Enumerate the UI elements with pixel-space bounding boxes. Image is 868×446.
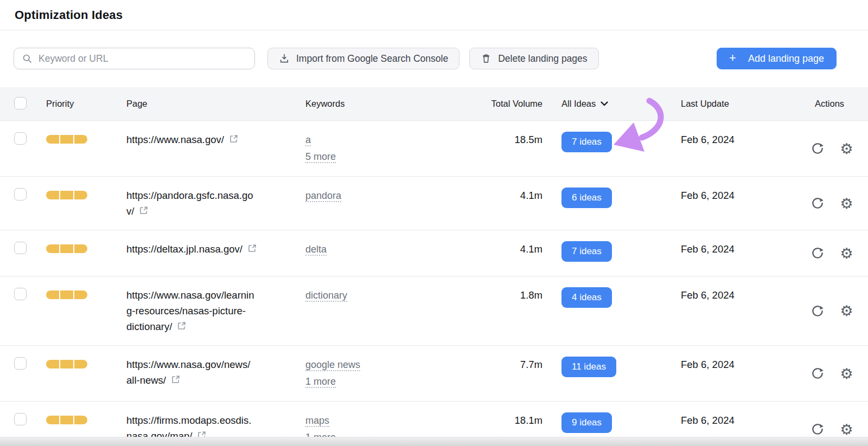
page-url: https://pandora.gsfc.nasa.gov/ <box>126 188 305 219</box>
header-actions: Actions <box>797 99 868 109</box>
external-link-icon[interactable] <box>176 321 187 331</box>
total-volume-value: 18.5m <box>479 132 542 147</box>
page-url: https://deltax.jpl.nasa.gov/ <box>126 241 305 257</box>
more-keywords-link[interactable]: 5 more <box>305 151 336 163</box>
table-header: Priority Page Keywords Total Volume All … <box>0 87 868 121</box>
row-checkbox[interactable] <box>14 413 27 425</box>
plus-icon: + <box>729 52 736 64</box>
add-landing-page-button[interactable]: + Add landing page <box>717 48 837 69</box>
trash-icon <box>481 53 492 64</box>
priority-indicator <box>46 244 87 253</box>
refresh-icon[interactable] <box>810 246 825 261</box>
search-input[interactable] <box>39 53 247 64</box>
total-volume-value: 1.8m <box>479 287 542 303</box>
last-update-value: Feb 6, 2024 <box>681 188 797 203</box>
bottom-edge-strip <box>0 437 868 446</box>
priority-indicator <box>46 191 87 199</box>
download-icon <box>279 53 290 64</box>
keyword-link[interactable]: dictionary <box>305 290 347 302</box>
chevron-down-icon <box>601 101 608 106</box>
row-checkbox[interactable] <box>14 357 27 370</box>
refresh-icon[interactable] <box>810 422 825 437</box>
import-gsc-button[interactable]: Import from Google Search Console <box>267 48 459 69</box>
gear-icon[interactable]: ⚙ <box>839 196 854 211</box>
row-checkbox[interactable] <box>14 132 27 145</box>
ideas-button[interactable]: 7 ideas <box>561 241 612 262</box>
last-update-value: Feb 6, 2024 <box>681 287 797 303</box>
ideas-button[interactable]: 11 ideas <box>561 357 616 377</box>
header-last-update: Last Update <box>681 99 797 109</box>
refresh-icon[interactable] <box>810 141 825 156</box>
delete-landing-pages-label: Delete landing pages <box>498 53 587 64</box>
table-row: https://pandora.gsfc.nasa.gov/ pandora 4… <box>0 177 868 230</box>
table-row: https://www.nasa.gov/news/all-news/ goog… <box>0 346 868 402</box>
total-volume-value: 7.7m <box>479 357 542 372</box>
row-checkbox[interactable] <box>14 288 27 300</box>
total-volume-value: 4.1m <box>479 241 542 257</box>
gear-icon[interactable]: ⚙ <box>839 366 854 381</box>
optimization-ideas-page: Optimization Ideas Import from Google Se… <box>0 0 868 446</box>
header-keywords: Keywords <box>305 99 479 109</box>
keyword-link[interactable]: a <box>305 134 311 146</box>
page-url: https://www.nasa.gov/learning-resources/… <box>126 287 305 334</box>
row-checkbox[interactable] <box>14 188 27 201</box>
delete-landing-pages-button[interactable]: Delete landing pages <box>469 48 598 69</box>
import-gsc-label: Import from Google Search Console <box>296 53 448 64</box>
last-update-value: Feb 6, 2024 <box>681 412 797 428</box>
priority-indicator <box>46 360 87 369</box>
gear-icon[interactable]: ⚙ <box>839 303 854 318</box>
total-volume-value: 4.1m <box>479 188 542 203</box>
row-checkbox[interactable] <box>14 242 27 254</box>
header-all-ideas-dropdown[interactable]: All Ideas <box>561 99 681 109</box>
title-bar: Optimization Ideas <box>0 0 868 30</box>
priority-indicator <box>46 290 87 299</box>
page-url: https://www.nasa.gov/ <box>126 132 305 147</box>
priority-indicator <box>46 135 87 144</box>
add-landing-page-label: Add landing page <box>748 53 824 64</box>
page-url: https://www.nasa.gov/news/all-news/ <box>126 357 305 388</box>
toolbar: Import from Google Search Console Delete… <box>14 48 837 69</box>
refresh-icon[interactable] <box>810 366 825 381</box>
search-icon <box>22 53 33 64</box>
header-priority: Priority <box>46 99 126 109</box>
gear-icon[interactable]: ⚙ <box>839 422 854 437</box>
table-row: https://www.nasa.gov/ a 5 more 18.5m 7 i… <box>0 121 868 177</box>
priority-indicator <box>46 416 87 424</box>
gear-icon[interactable]: ⚙ <box>839 246 854 261</box>
last-update-value: Feb 6, 2024 <box>681 132 797 147</box>
ideas-button[interactable]: 7 ideas <box>561 132 612 152</box>
total-volume-value: 18.1m <box>479 412 542 428</box>
gear-icon[interactable]: ⚙ <box>839 141 854 156</box>
last-update-value: Feb 6, 2024 <box>681 357 797 372</box>
more-keywords-link[interactable]: 1 more <box>305 376 336 388</box>
last-update-value: Feb 6, 2024 <box>681 241 797 257</box>
keyword-link[interactable]: delta <box>305 244 327 256</box>
ideas-button[interactable]: 4 ideas <box>561 287 612 308</box>
external-link-icon[interactable] <box>228 134 239 144</box>
keyword-link[interactable]: google news <box>305 359 360 371</box>
keyword-link[interactable]: pandora <box>305 190 341 202</box>
table-row: https://www.nasa.gov/learning-resources/… <box>0 276 868 346</box>
external-link-icon[interactable] <box>170 374 181 385</box>
refresh-icon[interactable] <box>810 196 825 211</box>
page-title: Optimization Ideas <box>15 8 123 22</box>
select-all-checkbox[interactable] <box>14 97 27 109</box>
external-link-icon[interactable] <box>138 205 149 216</box>
refresh-icon[interactable] <box>810 303 825 318</box>
header-page: Page <box>126 99 305 109</box>
table-row: https://deltax.jpl.nasa.gov/ delta 4.1m … <box>0 230 868 276</box>
ideas-button[interactable]: 6 ideas <box>561 188 612 208</box>
header-total-volume: Total Volume <box>479 99 542 109</box>
search-box <box>14 48 255 69</box>
keyword-link[interactable]: maps <box>305 415 329 427</box>
ideas-button[interactable]: 9 ideas <box>561 412 612 433</box>
external-link-icon[interactable] <box>247 243 257 254</box>
